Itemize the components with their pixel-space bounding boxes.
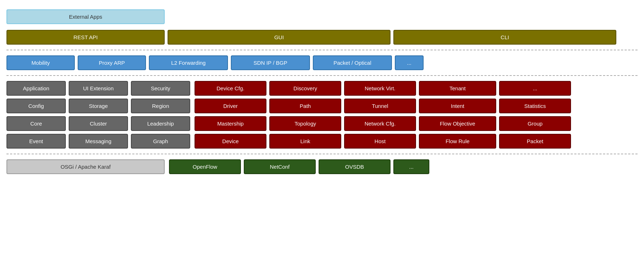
apps-dots-box: ... bbox=[395, 55, 424, 70]
link-box: Link bbox=[269, 134, 341, 149]
packet-box: Packet bbox=[499, 134, 571, 149]
flow-rule-box: Flow Rule bbox=[419, 134, 496, 149]
driver-box: Driver bbox=[195, 99, 266, 113]
device-box: Device bbox=[195, 134, 266, 149]
protocols-dots-box: ... bbox=[393, 159, 429, 174]
device-cfg-box: Device Cfg. bbox=[195, 81, 266, 96]
mastership-box: Mastership bbox=[195, 116, 266, 131]
rest-api-box: REST API bbox=[6, 30, 165, 45]
divider-2 bbox=[6, 75, 638, 76]
flow-objective-box: Flow Objective bbox=[419, 116, 496, 131]
statistics-box: Statistics bbox=[499, 99, 571, 113]
l2-forwarding-box: L2 Forwarding bbox=[149, 55, 228, 70]
right-subsystem-grid: Device Cfg. Discovery Network Virt. Tena… bbox=[195, 81, 571, 149]
tenant-box: Tenant bbox=[419, 81, 496, 96]
graph-box: Graph bbox=[131, 134, 190, 149]
network-cfg-box: Network Cfg. bbox=[344, 116, 416, 131]
gui-box: GUI bbox=[168, 30, 390, 45]
path-box: Path bbox=[269, 99, 341, 113]
tunnel-box: Tunnel bbox=[344, 99, 416, 113]
intent-box: Intent bbox=[419, 99, 496, 113]
divider-3 bbox=[6, 154, 638, 154]
openflow-box: OpenFlow bbox=[169, 159, 241, 174]
subsystem-area: Application UI Extension Security Config… bbox=[6, 78, 638, 151]
packet-optical-box: Packet / Optical bbox=[313, 55, 392, 70]
group-box: Group bbox=[499, 116, 571, 131]
discovery-box: Discovery bbox=[269, 81, 341, 96]
divider-1 bbox=[6, 50, 638, 50]
leadership-box: Leadership bbox=[131, 116, 190, 131]
architecture-diagram: External Apps REST API GUI CLI Mobility … bbox=[6, 6, 638, 177]
left-subsystem-grid: Application UI Extension Security Config… bbox=[6, 81, 190, 149]
storage-box: Storage bbox=[69, 99, 128, 113]
region-box: Region bbox=[131, 99, 190, 113]
right-dots-row1: ... bbox=[499, 81, 571, 96]
config-box: Config bbox=[6, 99, 66, 113]
event-box: Event bbox=[6, 134, 66, 149]
netconf-box: NetConf bbox=[244, 159, 316, 174]
topology-box: Topology bbox=[269, 116, 341, 131]
mobility-box: Mobility bbox=[6, 55, 75, 70]
external-apps-box: External Apps bbox=[6, 9, 165, 24]
core-box: Core bbox=[6, 116, 66, 131]
bottom-row: OSGi / Apache Karaf OpenFlow NetConf OVS… bbox=[6, 156, 638, 177]
network-virt-box: Network Virt. bbox=[344, 81, 416, 96]
application-box: Application bbox=[6, 81, 66, 96]
cluster-box: Cluster bbox=[69, 116, 128, 131]
security-box: Security bbox=[131, 81, 190, 96]
sdn-ip-bgp-box: SDN IP / BGP bbox=[231, 55, 310, 70]
external-apps-row: External Apps bbox=[6, 6, 638, 27]
ui-extension-box: UI Extension bbox=[69, 81, 128, 96]
protocols-row: OpenFlow NetConf OVSDB ... bbox=[169, 159, 429, 174]
apps-row: Mobility Proxy ARP L2 Forwarding SDN IP … bbox=[6, 53, 638, 73]
cli-box: CLI bbox=[393, 30, 616, 45]
osgi-box: OSGi / Apache Karaf bbox=[6, 159, 165, 174]
host-box: Host bbox=[344, 134, 416, 149]
ovsdb-box: OVSDB bbox=[319, 159, 390, 174]
messaging-box: Messaging bbox=[69, 134, 128, 149]
api-row: REST API GUI CLI bbox=[6, 27, 638, 47]
proxy-arp-box: Proxy ARP bbox=[78, 55, 146, 70]
